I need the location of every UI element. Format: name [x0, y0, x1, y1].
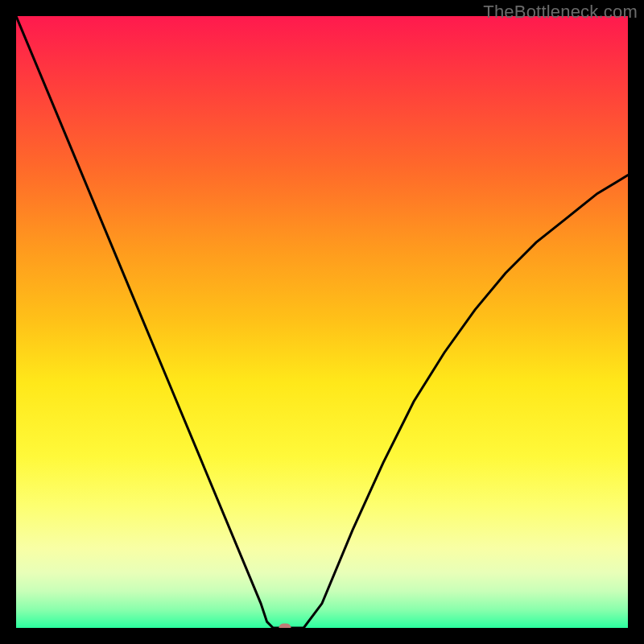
plot-clip [16, 16, 628, 628]
plot-area [16, 16, 628, 628]
chart-frame: TheBottleneck.com [0, 0, 644, 644]
optimal-point-marker [279, 624, 291, 629]
bottleneck-curve [16, 16, 628, 628]
curve-path [16, 16, 628, 628]
watermark-text: TheBottleneck.com [483, 2, 638, 23]
